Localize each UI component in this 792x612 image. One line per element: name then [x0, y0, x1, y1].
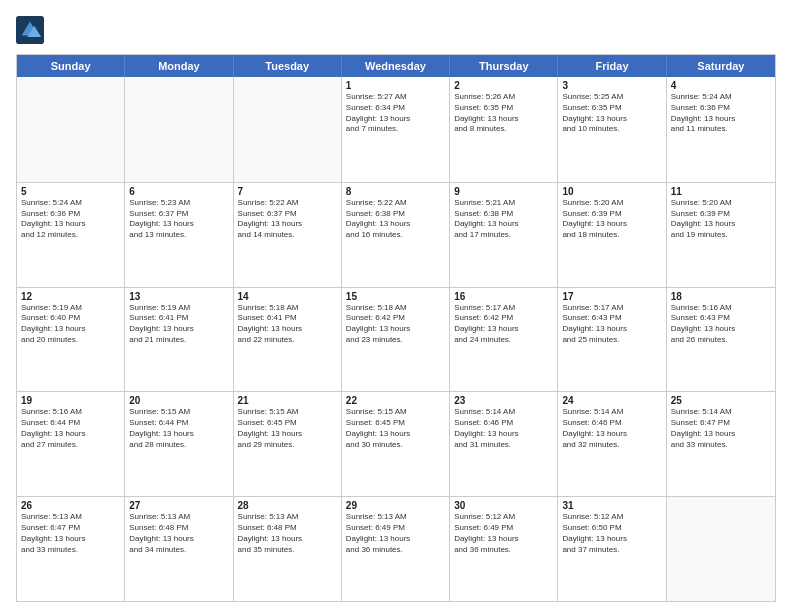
cal-cell: 3Sunrise: 5:25 AMSunset: 6:35 PMDaylight…	[558, 77, 666, 182]
day-number: 16	[454, 291, 553, 302]
day-number: 4	[671, 80, 771, 91]
day-number: 18	[671, 291, 771, 302]
cell-info: Sunrise: 5:16 AMSunset: 6:43 PMDaylight:…	[671, 303, 771, 346]
cal-cell: 20Sunrise: 5:15 AMSunset: 6:44 PMDayligh…	[125, 392, 233, 496]
cell-info: Sunrise: 5:14 AMSunset: 6:46 PMDaylight:…	[454, 407, 553, 450]
cal-cell	[125, 77, 233, 182]
day-number: 21	[238, 395, 337, 406]
day-number: 22	[346, 395, 445, 406]
cal-cell: 13Sunrise: 5:19 AMSunset: 6:41 PMDayligh…	[125, 288, 233, 392]
logo	[16, 16, 48, 44]
cell-info: Sunrise: 5:27 AMSunset: 6:34 PMDaylight:…	[346, 92, 445, 135]
cal-cell: 9Sunrise: 5:21 AMSunset: 6:38 PMDaylight…	[450, 183, 558, 287]
cal-header-day: Wednesday	[342, 55, 450, 77]
cal-header-day: Tuesday	[234, 55, 342, 77]
header	[16, 16, 776, 44]
cal-cell: 28Sunrise: 5:13 AMSunset: 6:48 PMDayligh…	[234, 497, 342, 601]
cal-cell: 24Sunrise: 5:14 AMSunset: 6:46 PMDayligh…	[558, 392, 666, 496]
day-number: 9	[454, 186, 553, 197]
cal-cell: 11Sunrise: 5:20 AMSunset: 6:39 PMDayligh…	[667, 183, 775, 287]
day-number: 25	[671, 395, 771, 406]
cal-cell: 8Sunrise: 5:22 AMSunset: 6:38 PMDaylight…	[342, 183, 450, 287]
cell-info: Sunrise: 5:26 AMSunset: 6:35 PMDaylight:…	[454, 92, 553, 135]
cell-info: Sunrise: 5:15 AMSunset: 6:45 PMDaylight:…	[238, 407, 337, 450]
cell-info: Sunrise: 5:25 AMSunset: 6:35 PMDaylight:…	[562, 92, 661, 135]
day-number: 26	[21, 500, 120, 511]
cal-cell: 4Sunrise: 5:24 AMSunset: 6:36 PMDaylight…	[667, 77, 775, 182]
cal-cell: 27Sunrise: 5:13 AMSunset: 6:48 PMDayligh…	[125, 497, 233, 601]
cal-cell: 18Sunrise: 5:16 AMSunset: 6:43 PMDayligh…	[667, 288, 775, 392]
day-number: 29	[346, 500, 445, 511]
day-number: 7	[238, 186, 337, 197]
day-number: 13	[129, 291, 228, 302]
day-number: 27	[129, 500, 228, 511]
cal-cell: 19Sunrise: 5:16 AMSunset: 6:44 PMDayligh…	[17, 392, 125, 496]
cal-row: 1Sunrise: 5:27 AMSunset: 6:34 PMDaylight…	[17, 77, 775, 182]
day-number: 3	[562, 80, 661, 91]
cal-cell: 21Sunrise: 5:15 AMSunset: 6:45 PMDayligh…	[234, 392, 342, 496]
cal-cell	[17, 77, 125, 182]
cal-cell: 2Sunrise: 5:26 AMSunset: 6:35 PMDaylight…	[450, 77, 558, 182]
calendar-header: SundayMondayTuesdayWednesdayThursdayFrid…	[17, 55, 775, 77]
day-number: 24	[562, 395, 661, 406]
page: SundayMondayTuesdayWednesdayThursdayFrid…	[0, 0, 792, 612]
cal-cell	[234, 77, 342, 182]
cal-cell: 31Sunrise: 5:12 AMSunset: 6:50 PMDayligh…	[558, 497, 666, 601]
cal-cell: 16Sunrise: 5:17 AMSunset: 6:42 PMDayligh…	[450, 288, 558, 392]
cal-cell: 10Sunrise: 5:20 AMSunset: 6:39 PMDayligh…	[558, 183, 666, 287]
day-number: 10	[562, 186, 661, 197]
cal-cell: 5Sunrise: 5:24 AMSunset: 6:36 PMDaylight…	[17, 183, 125, 287]
cal-cell: 17Sunrise: 5:17 AMSunset: 6:43 PMDayligh…	[558, 288, 666, 392]
cal-row: 26Sunrise: 5:13 AMSunset: 6:47 PMDayligh…	[17, 496, 775, 601]
cell-info: Sunrise: 5:12 AMSunset: 6:49 PMDaylight:…	[454, 512, 553, 555]
cell-info: Sunrise: 5:21 AMSunset: 6:38 PMDaylight:…	[454, 198, 553, 241]
cal-cell: 14Sunrise: 5:18 AMSunset: 6:41 PMDayligh…	[234, 288, 342, 392]
cal-cell: 29Sunrise: 5:13 AMSunset: 6:49 PMDayligh…	[342, 497, 450, 601]
cell-info: Sunrise: 5:15 AMSunset: 6:44 PMDaylight:…	[129, 407, 228, 450]
cell-info: Sunrise: 5:18 AMSunset: 6:41 PMDaylight:…	[238, 303, 337, 346]
day-number: 12	[21, 291, 120, 302]
cal-cell: 25Sunrise: 5:14 AMSunset: 6:47 PMDayligh…	[667, 392, 775, 496]
cell-info: Sunrise: 5:12 AMSunset: 6:50 PMDaylight:…	[562, 512, 661, 555]
cal-cell: 7Sunrise: 5:22 AMSunset: 6:37 PMDaylight…	[234, 183, 342, 287]
cal-cell: 26Sunrise: 5:13 AMSunset: 6:47 PMDayligh…	[17, 497, 125, 601]
calendar: SundayMondayTuesdayWednesdayThursdayFrid…	[16, 54, 776, 602]
cell-info: Sunrise: 5:14 AMSunset: 6:46 PMDaylight:…	[562, 407, 661, 450]
day-number: 1	[346, 80, 445, 91]
cell-info: Sunrise: 5:17 AMSunset: 6:42 PMDaylight:…	[454, 303, 553, 346]
cal-cell: 1Sunrise: 5:27 AMSunset: 6:34 PMDaylight…	[342, 77, 450, 182]
cell-info: Sunrise: 5:13 AMSunset: 6:48 PMDaylight:…	[238, 512, 337, 555]
cell-info: Sunrise: 5:22 AMSunset: 6:38 PMDaylight:…	[346, 198, 445, 241]
cal-cell: 15Sunrise: 5:18 AMSunset: 6:42 PMDayligh…	[342, 288, 450, 392]
day-number: 2	[454, 80, 553, 91]
cal-cell: 6Sunrise: 5:23 AMSunset: 6:37 PMDaylight…	[125, 183, 233, 287]
cal-header-day: Sunday	[17, 55, 125, 77]
cell-info: Sunrise: 5:13 AMSunset: 6:47 PMDaylight:…	[21, 512, 120, 555]
cell-info: Sunrise: 5:24 AMSunset: 6:36 PMDaylight:…	[671, 92, 771, 135]
cell-info: Sunrise: 5:22 AMSunset: 6:37 PMDaylight:…	[238, 198, 337, 241]
day-number: 28	[238, 500, 337, 511]
cal-header-day: Thursday	[450, 55, 558, 77]
day-number: 30	[454, 500, 553, 511]
cal-cell: 23Sunrise: 5:14 AMSunset: 6:46 PMDayligh…	[450, 392, 558, 496]
cal-cell: 22Sunrise: 5:15 AMSunset: 6:45 PMDayligh…	[342, 392, 450, 496]
cell-info: Sunrise: 5:15 AMSunset: 6:45 PMDaylight:…	[346, 407, 445, 450]
cell-info: Sunrise: 5:16 AMSunset: 6:44 PMDaylight:…	[21, 407, 120, 450]
cal-cell: 30Sunrise: 5:12 AMSunset: 6:49 PMDayligh…	[450, 497, 558, 601]
cell-info: Sunrise: 5:17 AMSunset: 6:43 PMDaylight:…	[562, 303, 661, 346]
logo-icon	[16, 16, 44, 44]
day-number: 17	[562, 291, 661, 302]
cal-header-day: Saturday	[667, 55, 775, 77]
cell-info: Sunrise: 5:19 AMSunset: 6:40 PMDaylight:…	[21, 303, 120, 346]
day-number: 8	[346, 186, 445, 197]
cell-info: Sunrise: 5:23 AMSunset: 6:37 PMDaylight:…	[129, 198, 228, 241]
day-number: 11	[671, 186, 771, 197]
cell-info: Sunrise: 5:14 AMSunset: 6:47 PMDaylight:…	[671, 407, 771, 450]
cal-row: 19Sunrise: 5:16 AMSunset: 6:44 PMDayligh…	[17, 391, 775, 496]
cell-info: Sunrise: 5:20 AMSunset: 6:39 PMDaylight:…	[671, 198, 771, 241]
day-number: 14	[238, 291, 337, 302]
day-number: 23	[454, 395, 553, 406]
day-number: 6	[129, 186, 228, 197]
cell-info: Sunrise: 5:20 AMSunset: 6:39 PMDaylight:…	[562, 198, 661, 241]
cal-header-day: Monday	[125, 55, 233, 77]
